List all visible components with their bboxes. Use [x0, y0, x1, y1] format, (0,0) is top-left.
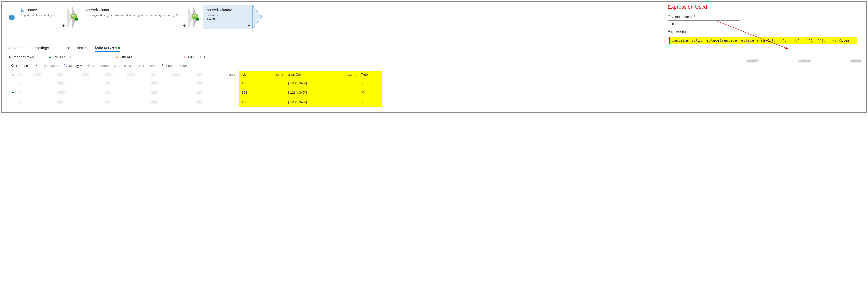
- svg-rect-19: [193, 17, 194, 18]
- svg-rect-25: [66, 64, 67, 65]
- svg-rect-21: [196, 18, 198, 20]
- chevron-down-icon: ▾: [36, 64, 37, 67]
- svg-rect-24: [64, 64, 65, 65]
- cell-job: 123: [239, 97, 260, 106]
- cell-arrayCol: ["123","345"]: [285, 88, 333, 97]
- col-header-blurred[interactable]: ▪▪ ▪▪▪: [125, 70, 149, 78]
- remove-button[interactable]: ✕ Remove: [136, 63, 157, 69]
- svg-rect-30: [115, 65, 116, 67]
- row-counts: Number of rows + INSERT 3 ✱ UPDATE 0 × D…: [2, 52, 866, 62]
- cell-true: ✓: [358, 97, 382, 106]
- sort-icon[interactable]: ↑↓: [234, 73, 237, 76]
- svg-rect-20: [194, 17, 196, 18]
- table-row: + ▪▪▪▪▪▪▪▪▪▪▪▪▪▪▪▪▪▪ 123 ["123","345"] ✓: [9, 78, 382, 88]
- dataset-icon: [21, 8, 25, 12]
- remove-icon: ✕: [138, 64, 142, 68]
- col-header-blurred[interactable]: ▪▪▪: [149, 70, 170, 78]
- type-badge: abc: [348, 73, 353, 76]
- flow-end-arrow: [252, 5, 262, 30]
- typecast-button[interactable]: Typecast▾: [41, 63, 60, 69]
- rows-label: Number of rows: [9, 55, 34, 59]
- derived-column-icon: [70, 5, 79, 29]
- col-header-blurred[interactable]: ▪▪ ▪▪▪: [32, 70, 55, 78]
- table-row: + ▪▪▪▪▪▪▪▪▪▪▪▪▪▪▪▪▪ 123 ["123","345"] ✓: [9, 97, 382, 106]
- col-header-blurred[interactable]: ▪▪▪▪: [194, 70, 214, 78]
- type-badge: abc: [275, 73, 280, 76]
- cell-arrayCol: ["123","345"]: [285, 97, 333, 106]
- tab-optimize[interactable]: Optimize: [55, 46, 70, 52]
- expression-panel: Column name * Expression contains(split(…: [664, 12, 863, 49]
- sort-icon[interactable]: ↑↓: [12, 73, 14, 76]
- node-dc2-desc-label: Columns:: [207, 14, 219, 17]
- modify-button[interactable]: Modify▾: [62, 63, 83, 69]
- chevron-down-icon: ▾: [80, 64, 82, 67]
- node-dc2-title: derivedColumn2: [207, 8, 232, 12]
- map-drifted-button[interactable]: Map drifted: [85, 63, 110, 69]
- insert-count: + INSERT 3: [49, 55, 70, 59]
- add-after-dc2[interactable]: +: [248, 23, 250, 28]
- svg-marker-22: [252, 5, 262, 29]
- tab-inspect[interactable]: Inspect: [77, 46, 89, 52]
- delete-count: × DELETE 0: [183, 55, 206, 59]
- expression-label: Expression: [668, 30, 859, 34]
- preview-toolbar: Refresh ▾ Typecast▾ Modify▾ Map drifted …: [2, 62, 866, 69]
- col-header-blurred[interactable]: ▪▪ ▪▪▪: [80, 70, 103, 78]
- star-icon: ✱: [115, 55, 119, 59]
- expression-box[interactable]: contains(split(replace(replace(replace(a…: [668, 35, 859, 46]
- col-header-blurred[interactable]: ▪▪: [17, 70, 32, 78]
- connector-2: [188, 5, 203, 30]
- insert-indicator-icon: +: [9, 97, 17, 106]
- node-source1[interactable]: source1 Import data from employees +: [17, 5, 67, 29]
- insert-indicator-icon: +: [9, 78, 17, 88]
- refresh-dropdown[interactable]: ▾: [35, 63, 39, 68]
- svg-rect-29: [114, 66, 115, 67]
- svg-rect-5: [22, 10, 23, 11]
- update-count: ✱ UPDATE 0: [115, 55, 138, 59]
- col-header-blurred[interactable]: ▪▪▪▪▪: [103, 70, 125, 78]
- svg-rect-12: [74, 17, 75, 18]
- table-row: + ▪▪▪▪▪▪▪▪▪▪▪▪▪▪▪▪▪▪▪ 123 ["123","345"] …: [9, 88, 382, 97]
- column-name-label: Column name: [668, 15, 692, 19]
- x-icon: ×: [183, 55, 187, 59]
- tab-settings[interactable]: Derived column's settings: [7, 46, 49, 52]
- sort-icon[interactable]: ↑↓: [280, 73, 283, 76]
- col-header-arrayCol[interactable]: arrayCol: [285, 70, 333, 78]
- tab-data-preview[interactable]: Data preview: [95, 45, 120, 52]
- cell-true: ✓: [358, 78, 382, 88]
- statistics-icon: [114, 64, 118, 68]
- col-header-job[interactable]: job: [239, 70, 260, 78]
- export-csv-button[interactable]: Export to CSV: [159, 63, 189, 69]
- node-derivedColumn2[interactable]: derivedColumn2 Columns: 8 total +: [203, 5, 252, 29]
- col-header-blurred[interactable]: ▪▪ ▪▪▪: [170, 70, 194, 78]
- svg-rect-26: [64, 66, 65, 67]
- cell-arrayCol: ["123","345"]: [285, 78, 333, 88]
- table-header-row: ↑↓ ▪▪ ▪▪ ▪▪▪ ▪▪▪▪ ▪▪ ▪▪▪ ▪▪▪▪▪ ▪▪ ▪▪▪ ▪▪…: [9, 70, 382, 78]
- col-header-blurred[interactable]: ▪▪▪▪: [55, 70, 79, 78]
- refresh-icon: [11, 64, 15, 68]
- plus-icon: +: [49, 55, 52, 59]
- svg-rect-17: [193, 15, 194, 16]
- database-icon: [8, 14, 16, 21]
- svg-rect-13: [75, 18, 78, 20]
- sort-icon[interactable]: ↑↓: [353, 73, 356, 76]
- column-name-input[interactable]: [668, 20, 740, 27]
- svg-rect-18: [194, 15, 196, 16]
- data-preview-table: ↑↓ ▪▪ ▪▪ ▪▪▪ ▪▪▪▪ ▪▪ ▪▪▪ ▪▪▪▪▪ ▪▪ ▪▪▪ ▪▪…: [9, 70, 382, 106]
- chevron-down-icon: ▾: [57, 64, 58, 67]
- col-header-true[interactable]: True: [358, 70, 382, 78]
- status-strip-blurred: UPSERTLOOKUPERROR: [746, 59, 861, 63]
- svg-rect-11: [72, 17, 73, 18]
- svg-rect-9: [72, 15, 73, 16]
- connector-1: [67, 5, 82, 30]
- derived-column-icon: [191, 5, 200, 29]
- statistics-button[interactable]: Statistics: [112, 63, 134, 69]
- app-frame: source1 Import data from employees + der…: [1, 1, 867, 113]
- refresh-button[interactable]: Refresh: [9, 63, 29, 69]
- node-derivedColumn1[interactable]: derivedColumn1 Creating/updating the col…: [82, 5, 188, 29]
- node-source1-title: source1: [26, 8, 39, 12]
- node-dc2-desc-value: 8 total: [207, 17, 215, 20]
- add-after-source1[interactable]: +: [62, 23, 65, 28]
- preview-status-dot: [118, 47, 120, 49]
- add-after-dc1[interactable]: +: [183, 23, 185, 28]
- cell-job: 123: [239, 78, 260, 88]
